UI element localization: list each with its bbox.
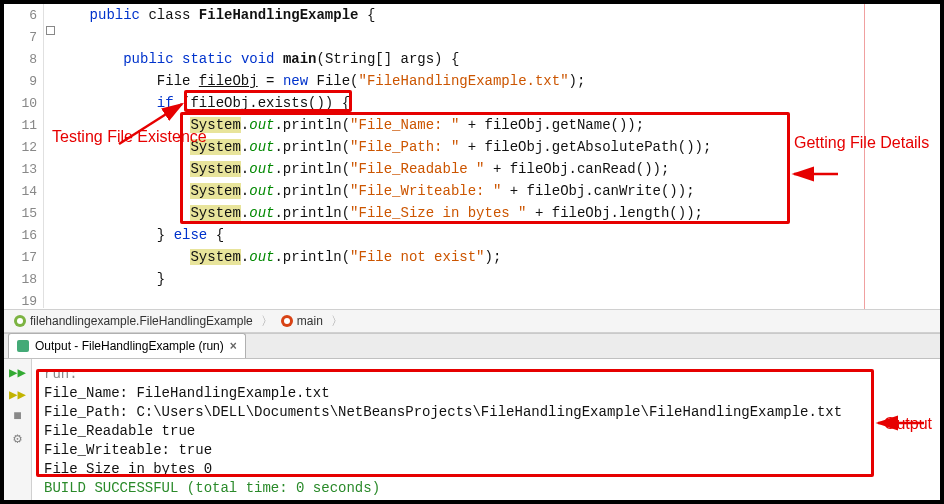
- line-number: 9: [4, 70, 43, 92]
- code-line[interactable]: System.out.println("File_Path: " + fileO…: [56, 136, 940, 158]
- line-number: 18: [4, 268, 43, 290]
- breadcrumb-class-label: filehandlingexample.FileHandlingExample: [30, 314, 253, 328]
- line-number: 8: [4, 48, 43, 70]
- chevron-right-icon: 〉: [329, 313, 345, 330]
- line-number: 6: [4, 4, 43, 26]
- line-number: 19: [4, 290, 43, 312]
- code-line[interactable]: System.out.println("File_Writeable: " + …: [56, 180, 940, 202]
- close-icon[interactable]: ×: [230, 339, 237, 353]
- tab-output[interactable]: Output - FileHandlingExample (run) ×: [8, 333, 246, 358]
- line-number: 16: [4, 224, 43, 246]
- breadcrumb-class[interactable]: filehandlingexample.FileHandlingExample: [8, 314, 259, 328]
- code-line[interactable]: [56, 26, 940, 48]
- code-line[interactable]: [56, 290, 940, 312]
- breadcrumb-method-label: main: [297, 314, 323, 328]
- run-button[interactable]: ▶▶: [8, 385, 28, 403]
- settings-button[interactable]: ⚙: [8, 429, 28, 447]
- breadcrumb: filehandlingexample.FileHandlingExample …: [4, 309, 940, 333]
- gutter: 678910111213141516171819: [4, 4, 44, 308]
- line-number: 15: [4, 202, 43, 224]
- line-number: 10: [4, 92, 43, 114]
- output-panel: ▶▶ ▶▶ ■ ⚙ run: File_Name: FileHandlingEx…: [4, 359, 940, 503]
- code-line[interactable]: System.out.println("File_Readable " + fi…: [56, 158, 940, 180]
- code-line[interactable]: System.out.println("File_Name: " + fileO…: [56, 114, 940, 136]
- output-tabbar: Output - FileHandlingExample (run) ×: [4, 333, 940, 359]
- line-number: 17: [4, 246, 43, 268]
- code-editor[interactable]: 678910111213141516171819 public class Fi…: [4, 4, 940, 309]
- code-line[interactable]: } else {: [56, 224, 940, 246]
- method-icon: [281, 315, 293, 327]
- code-line[interactable]: File fileObj = new File("FileHandlingExa…: [56, 70, 940, 92]
- output-toolbar: ▶▶ ▶▶ ■ ⚙: [4, 359, 32, 503]
- rerun-button[interactable]: ▶▶: [8, 363, 28, 381]
- code-line[interactable]: if (fileObj.exists()) {: [56, 92, 940, 114]
- line-number: 7: [4, 26, 43, 48]
- class-icon: [14, 315, 26, 327]
- code-line[interactable]: System.out.println("File not exist");: [56, 246, 940, 268]
- line-number: 11: [4, 114, 43, 136]
- code-line[interactable]: public static void main(String[] args) {: [56, 48, 940, 70]
- code-line[interactable]: public class FileHandlingExample {: [56, 4, 940, 26]
- breadcrumb-method[interactable]: main: [275, 314, 329, 328]
- line-number: 12: [4, 136, 43, 158]
- code-line[interactable]: }: [56, 268, 940, 290]
- chevron-right-icon: 〉: [259, 313, 275, 330]
- line-number: 14: [4, 180, 43, 202]
- line-number: 13: [4, 158, 43, 180]
- output-text[interactable]: run: File_Name: FileHandlingExample.txt …: [32, 359, 940, 503]
- fold-handle[interactable]: [44, 26, 56, 38]
- tab-output-label: Output - FileHandlingExample (run): [35, 339, 224, 353]
- output-icon: [17, 340, 29, 352]
- code-line[interactable]: System.out.println("File_Size in bytes "…: [56, 202, 940, 224]
- stop-button[interactable]: ■: [8, 407, 28, 425]
